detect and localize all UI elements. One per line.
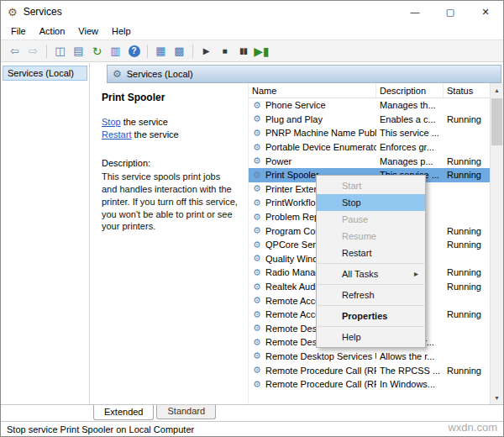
menu-item-restart[interactable]: Restart [317,245,425,261]
service-description-cell: The RPCSS ... [376,366,444,376]
service-row[interactable]: ⚙PowerManages p...Running [249,154,490,168]
vertical-scrollbar[interactable]: ▲ ▼ [490,83,503,404]
menu-view[interactable]: View [71,26,105,36]
menu-item-stop[interactable]: Stop [317,194,425,211]
service-gear-icon: ⚙ [249,350,265,361]
column-header-description[interactable]: Description [376,83,444,97]
pane-content: Print Spooler Stop the service Restart t… [90,83,503,404]
help-badge: ? [129,45,140,57]
restart-service-icon[interactable]: ▶▮ [254,43,270,60]
tab-standard[interactable]: Standard [156,405,216,419]
service-gear-icon: ⚙ [249,142,265,153]
column-header-name[interactable]: ˆ Name [249,83,376,97]
service-name-cell: Phone Service [265,100,376,110]
service-description-cell: Enables a c... [376,114,444,124]
menu-item-all-tasks[interactable]: All Tasks▸ [317,266,425,282]
table-header: ˆ Name Description Status [249,83,490,98]
column-header-status[interactable]: Status [444,83,490,97]
service-description-cell: This service ... [376,128,444,138]
service-row[interactable]: ⚙Remote Procedure Call (RP...In Windows.… [249,377,490,392]
minimize-button[interactable]: — [397,1,433,23]
toolbar-separator [147,45,148,58]
main-area: Services (Local) ⚙ Services (Local) Prin… [1,63,503,404]
menu-item-help[interactable]: Help [317,329,425,345]
menu-item-resume: Resume [317,228,425,245]
toolbar-separator [46,45,47,58]
extended-view-icon[interactable]: ▦ [153,43,169,60]
menu-help[interactable]: Help [105,26,138,36]
restart-service-line: Restart the service [102,129,238,140]
service-description-cell: Manages p... [376,156,444,166]
scrollbar-thumb[interactable] [491,98,502,145]
stop-service-link[interactable]: Stop [102,117,121,127]
back-icon[interactable]: ⇦ [7,43,23,60]
service-description-cell: Enforces gr... [376,142,444,152]
pane-header-title: Services (Local) [127,69,193,79]
pause-service-icon[interactable]: ▮▮ [235,43,251,60]
tree-item-services-local[interactable]: Services (Local) [3,66,87,81]
service-gear-icon: ⚙ [249,155,265,166]
context-menu: StartStopPauseResumeRestartAll Tasks▸Ref… [316,175,426,348]
statusbar-text: Stop service Print Spooler on Local Comp… [7,424,194,434]
close-button[interactable]: ✕ [468,1,503,23]
scroll-down-icon[interactable]: ▼ [491,391,503,404]
service-row[interactable]: ⚙Remote Desktop Services U...Allows the … [249,350,490,364]
service-gear-icon: ⚙ [249,309,265,320]
column-header-description-label: Description [380,86,426,96]
service-gear-icon: ⚙ [249,212,265,223]
service-gear-icon: ⚙ [249,100,265,111]
window-controls: — ▢ ✕ [397,1,503,23]
help-icon[interactable]: ? [126,43,142,60]
export-list-icon[interactable]: ▥ [108,43,123,60]
menu-separator [318,284,424,285]
menu-action[interactable]: Action [33,26,72,36]
service-name-cell: Remote Desktop Services U... [265,351,376,361]
service-description-cell: Allows the r... [376,351,444,361]
maximize-button[interactable]: ▢ [433,1,468,23]
refresh-icon[interactable]: ↻ [89,43,105,60]
scroll-up-icon[interactable]: ▲ [491,83,503,97]
stop-service-icon[interactable]: ■ [217,43,233,60]
service-gear-icon: ⚙ [249,253,265,264]
statusbar: Stop service Print Spooler on Local Comp… [1,421,503,436]
services-app-icon: ⚙ [8,6,18,18]
service-gear-icon: ⚙ [249,113,265,124]
service-gear-icon: ⚙ [249,128,265,139]
show-console-tree-icon[interactable]: ◫ [52,43,68,60]
properties-icon[interactable]: ▤ [71,43,87,60]
menu-item-refresh[interactable]: Refresh [317,287,425,303]
service-row[interactable]: ⚙Remote Procedure Call (RPC)The RPCSS ..… [249,363,490,377]
service-gear-icon: ⚙ [249,295,265,306]
restart-service-suffix: the service [131,129,178,140]
tab-extended[interactable]: Extended [93,405,154,420]
service-row[interactable]: ⚙Plug and PlayEnables a c...Running [249,113,490,127]
menu-item-start: Start [317,177,425,194]
service-status-cell: Running [444,114,490,124]
console-tree-panel: Services (Local) [1,63,90,404]
menu-item-pause: Pause [317,211,425,228]
stop-service-line: Stop the service [102,117,238,127]
menu-separator [318,263,424,264]
start-service-icon[interactable]: ▶ [198,43,214,60]
column-header-name-label: Name [252,86,276,96]
service-name-cell: Portable Device Enumerator... [265,142,376,152]
service-name-cell: Plug and Play [265,114,376,124]
menu-file[interactable]: File [4,26,33,36]
service-gear-icon: ⚙ [249,282,265,292]
service-status-cell: Running [444,282,490,292]
description-label: Description: [102,158,238,168]
restart-service-link[interactable]: Restart [102,129,131,140]
service-description-cell: In Windows... [376,379,444,389]
service-row[interactable]: ⚙Phone ServiceManages th... [249,98,490,113]
services-window: ⚙ Services — ▢ ✕ File Action View Help ⇦… [0,0,504,437]
service-gear-icon: ⚙ [249,225,265,236]
toolbar: ⇦ ⇨ ◫ ▤ ↻ ▥ ? ▦ ▩ ▶ ■ ▮▮ ▶▮ [1,39,503,62]
service-name-cell: Power [265,156,376,166]
sort-ascending-icon: ˆ [311,83,313,90]
service-row[interactable]: ⚙PNRP Machine Name Publi...This service … [249,126,490,140]
service-row[interactable]: ⚙Portable Device Enumerator...Enforces g… [249,140,490,155]
standard-view-icon[interactable]: ▩ [171,43,187,60]
menu-item-properties[interactable]: Properties [317,308,425,324]
forward-icon[interactable]: ⇨ [25,43,41,60]
submenu-arrow-icon: ▸ [414,266,418,282]
